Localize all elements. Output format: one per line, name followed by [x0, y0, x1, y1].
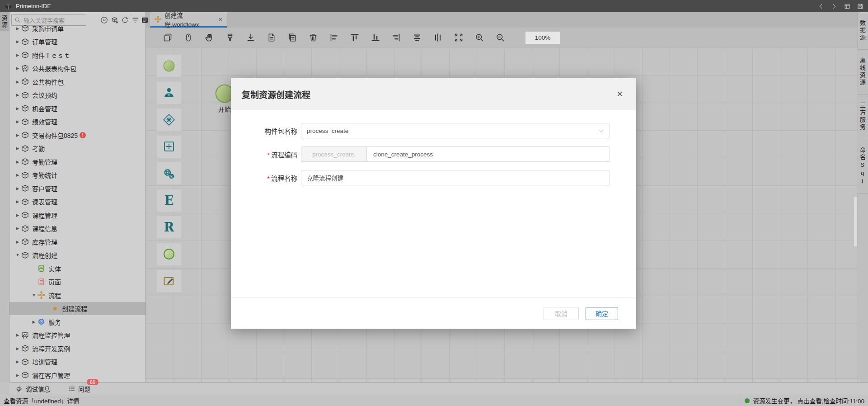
gateway-node[interactable]: [157, 109, 181, 131]
arrow-collapsed-icon[interactable]: ▶: [14, 373, 21, 378]
arrow-collapsed-icon[interactable]: ▶: [14, 146, 21, 151]
tree-item[interactable]: ▶公共构件包: [9, 75, 145, 89]
arrow-collapsed-icon[interactable]: ▶: [14, 160, 21, 164]
tree-item[interactable]: ▶课表管理: [9, 195, 145, 209]
tab-close-icon[interactable]: ×: [218, 15, 222, 23]
tree-item[interactable]: ▶考勤: [9, 142, 145, 156]
arrow-collapsed-icon[interactable]: ▶: [14, 199, 21, 204]
arrow-collapsed-icon[interactable]: ▶: [14, 173, 21, 177]
resources-vertical-tab[interactable]: 资源: [0, 12, 9, 31]
arrow-collapsed-icon[interactable]: ▶: [14, 119, 21, 124]
arrow-collapsed-icon[interactable]: ▶: [30, 320, 38, 324]
end-node[interactable]: [157, 243, 181, 265]
distribute-icon[interactable]: [433, 33, 442, 42]
tree-item[interactable]: ▼流程创建: [9, 249, 145, 262]
tree-item[interactable]: ▶采购申请单: [9, 22, 145, 35]
user-task-node[interactable]: [157, 82, 181, 104]
align-bottom-icon[interactable]: [371, 33, 380, 42]
subprocess-node[interactable]: [157, 136, 181, 158]
start-node[interactable]: [157, 55, 181, 77]
arrow-collapsed-icon[interactable]: ▶: [14, 80, 21, 84]
tree-item[interactable]: ▶流程监控管理: [9, 329, 145, 342]
debug-info-tab[interactable]: 调试信息: [16, 384, 50, 393]
process-code-input[interactable]: clone_create_process: [367, 146, 610, 162]
align-right-icon[interactable]: [392, 33, 401, 42]
tree-item[interactable]: ▶考勤统计: [9, 169, 145, 182]
brush-icon[interactable]: [225, 33, 235, 42]
arrow-collapsed-icon[interactable]: ▶: [14, 39, 21, 44]
arrow-collapsed-icon[interactable]: ▶: [14, 26, 21, 31]
tree-item[interactable]: ▶交易构件包0825!: [9, 128, 145, 142]
tree-item[interactable]: ▶库存管理: [9, 235, 145, 249]
align-center-icon[interactable]: [413, 33, 422, 42]
tree-item[interactable]: ▶课程信息: [9, 222, 145, 236]
arrow-collapsed-icon[interactable]: ▶: [14, 93, 21, 97]
explorer-panel-icon[interactable]: [141, 16, 149, 24]
import-icon[interactable]: [246, 33, 255, 42]
tree-item[interactable]: 创建流程: [9, 302, 145, 316]
tree-item[interactable]: ▶机会管理: [9, 102, 145, 115]
arrow-collapsed-icon[interactable]: ▶: [14, 133, 21, 137]
tree-item[interactable]: ▶考勤管理: [9, 155, 145, 169]
dialog-close-icon[interactable]: ×: [617, 89, 623, 99]
annotation-node[interactable]: [157, 270, 181, 292]
cancel-button[interactable]: 取消: [544, 307, 579, 320]
arrow-collapsed-icon[interactable]: ▶: [14, 213, 21, 217]
tree-item[interactable]: ▶客户管理: [9, 182, 145, 195]
align-top-icon[interactable]: [350, 33, 359, 42]
tree-item[interactable]: ▶公共报表构件包: [9, 62, 145, 76]
save-window-icon[interactable]: [857, 3, 863, 9]
right-vertical-tab-4[interactable]: 命名Sql: [858, 139, 868, 194]
r-node[interactable]: R: [157, 216, 181, 238]
nav-forward-icon[interactable]: [831, 3, 837, 9]
process-name-input[interactable]: 克隆流程创建: [301, 170, 610, 185]
problems-tab[interactable]: 问题 66: [68, 384, 90, 393]
tree-item[interactable]: ▶服务: [9, 315, 145, 329]
tree-item[interactable]: ▶流程开发案例: [9, 342, 145, 355]
right-vertical-tab-3[interactable]: 三方服务: [858, 94, 868, 139]
right-vertical-tab-2[interactable]: 离线资源: [858, 50, 868, 94]
service-task-node[interactable]: [157, 162, 181, 184]
zoom-in-icon[interactable]: [475, 33, 484, 42]
file-icon[interactable]: [267, 33, 276, 42]
align-left-icon[interactable]: [329, 33, 338, 42]
tree-item[interactable]: ▶会议预约: [9, 89, 145, 102]
tree-item[interactable]: ▶附件Ｔｅｓｔ: [9, 48, 145, 62]
arrow-expanded-icon[interactable]: ▼: [14, 253, 21, 257]
tab-create-process-workflow[interactable]: 创建流程.workflowx ×: [150, 12, 227, 28]
tree-item[interactable]: 实体: [9, 262, 145, 275]
canvas-scrollbar[interactable]: [854, 197, 857, 246]
tree-item[interactable]: 页面: [9, 275, 145, 289]
tree-item[interactable]: ▶潜在客户管理: [9, 368, 145, 382]
hand-icon[interactable]: [205, 33, 214, 42]
zoom-level-input[interactable]: 100%: [525, 32, 560, 44]
tree-item[interactable]: ▶培训管理: [9, 355, 145, 369]
duplicate-icon[interactable]: [288, 33, 297, 42]
layout-icon[interactable]: [844, 3, 850, 9]
status-left-text[interactable]: 查看资源「undefined」详情: [4, 396, 79, 405]
arrow-collapsed-icon[interactable]: ▶: [14, 106, 21, 111]
arrow-collapsed-icon[interactable]: ▶: [14, 359, 21, 364]
tree-item[interactable]: ▼流程: [9, 288, 145, 302]
mouse-icon[interactable]: [184, 33, 193, 42]
arrow-collapsed-icon[interactable]: ▶: [14, 226, 21, 231]
copy-shape-icon[interactable]: [163, 33, 172, 42]
arrow-collapsed-icon[interactable]: ▶: [14, 240, 21, 244]
nav-back-icon[interactable]: [818, 3, 824, 9]
e-node[interactable]: E: [157, 189, 181, 212]
ok-button[interactable]: 确定: [586, 307, 618, 320]
arrow-collapsed-icon[interactable]: ▶: [14, 186, 21, 191]
package-name-select[interactable]: process_create: [301, 123, 610, 138]
tree-item[interactable]: ▶绩效管理: [9, 115, 145, 129]
status-right[interactable]: 资源发生变更， 点击查看,检查时间:11:00: [739, 395, 864, 406]
zoom-out-icon[interactable]: [496, 33, 505, 42]
arrow-expanded-icon[interactable]: ▼: [30, 293, 38, 297]
fit-screen-icon[interactable]: [454, 33, 463, 42]
arrow-collapsed-icon[interactable]: ▶: [14, 53, 21, 57]
right-vertical-tab-1[interactable]: 数据源: [858, 12, 868, 50]
arrow-collapsed-icon[interactable]: ▶: [14, 66, 21, 71]
arrow-collapsed-icon[interactable]: ▶: [14, 346, 21, 351]
arrow-collapsed-icon[interactable]: ▶: [14, 333, 21, 337]
delete-icon[interactable]: [309, 33, 318, 42]
tree-item[interactable]: ▶课程管理: [9, 208, 145, 222]
